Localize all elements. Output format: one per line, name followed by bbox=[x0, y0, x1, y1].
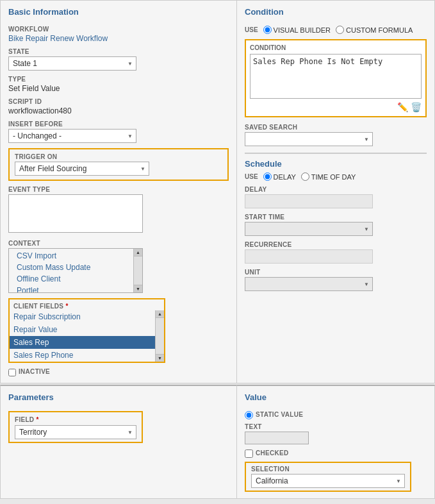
workflow-value: Bike Repair Renew Workflow bbox=[8, 34, 229, 43]
client-fields-label: CLIENT FIELDS * bbox=[13, 303, 69, 310]
selection-select[interactable]: California New York Texas bbox=[251, 474, 405, 488]
workflow-group: WORKFLOW Bike Repair Renew Workflow bbox=[8, 26, 229, 43]
client-fields-list-wrapper: Repair Subscription Repair Value Sales R… bbox=[10, 310, 164, 362]
unit-select[interactable] bbox=[245, 277, 373, 291]
trigger-on-box: TRIGGER ON After Field Sourcing bbox=[8, 148, 229, 181]
field-required-star: * bbox=[36, 416, 38, 423]
static-value-radio[interactable] bbox=[245, 411, 253, 419]
insert-before-select-wrapper: - Unchanged - bbox=[8, 129, 136, 143]
insert-before-label: INSERT BEFORE bbox=[8, 121, 229, 128]
condition-use-label: USE bbox=[245, 26, 258, 33]
checked-group: CHECKED bbox=[245, 449, 427, 458]
state-select-wrapper: State 1 bbox=[8, 56, 136, 71]
client-scroll-down[interactable]: ▼ bbox=[156, 354, 164, 362]
custom-formula-option[interactable]: CUSTOM FORMULA bbox=[336, 26, 413, 34]
context-item-offline[interactable]: Offline Client bbox=[13, 273, 138, 285]
trigger-on-select[interactable]: After Field Sourcing bbox=[15, 162, 149, 176]
schedule-title: Schedule bbox=[245, 159, 427, 169]
delay-radio[interactable] bbox=[263, 172, 272, 181]
field-label-params: FIELD * bbox=[15, 415, 136, 424]
basic-info-title: Basic Information bbox=[8, 7, 229, 19]
event-type-textarea[interactable] bbox=[8, 194, 143, 233]
context-scroll-up[interactable]: ▲ bbox=[134, 249, 142, 256]
type-label: TYPE bbox=[8, 76, 229, 83]
start-time-select[interactable] bbox=[245, 222, 373, 236]
visual-builder-radio[interactable] bbox=[263, 26, 272, 34]
state-select[interactable]: State 1 bbox=[8, 56, 136, 71]
insert-before-select[interactable]: - Unchanged - bbox=[8, 129, 136, 143]
saved-search-label: SAVED SEARCH bbox=[245, 124, 427, 131]
inactive-label: INACTIVE bbox=[19, 368, 50, 375]
field-select[interactable]: Territory bbox=[15, 425, 136, 439]
condition-use-row: USE VISUAL BUILDER CUSTOM FORMULA bbox=[245, 26, 427, 34]
saved-search-select-wrapper bbox=[245, 132, 373, 146]
condition-textarea[interactable]: Sales Rep Phone Is Not Empty bbox=[250, 54, 422, 99]
start-time-select-wrapper bbox=[245, 222, 373, 236]
inactive-row: INACTIVE bbox=[8, 368, 229, 376]
delay-field-label: DELAY bbox=[245, 186, 427, 193]
schedule-use-label: USE bbox=[245, 173, 258, 180]
parameters-title: Parameters bbox=[8, 392, 229, 405]
delay-label: DELAY bbox=[274, 173, 296, 181]
edit-icon[interactable]: ✏️ bbox=[397, 102, 408, 112]
script-id-label: SCRIPT ID bbox=[8, 98, 229, 105]
value-title: Value bbox=[245, 392, 427, 405]
parameters-right: Value STATIC VALUE TEXT CHECKED SELECTIO… bbox=[237, 385, 435, 499]
client-fields-outer: CLIENT FIELDS * Repair Subscription Repa… bbox=[8, 298, 165, 363]
delete-icon[interactable]: 🗑️ bbox=[411, 102, 422, 112]
basic-info-panel: Basic Information WORKFLOW Bike Repair R… bbox=[0, 0, 237, 383]
condition-inner-label: CONDITION bbox=[250, 44, 422, 51]
time-of-day-radio[interactable] bbox=[301, 172, 309, 181]
delay-option[interactable]: DELAY bbox=[263, 172, 296, 181]
time-of-day-label: TIME OF DAY bbox=[311, 173, 356, 181]
context-item-portlet[interactable]: Portlet bbox=[13, 285, 138, 293]
unit-group: UNIT bbox=[245, 269, 427, 291]
delay-input[interactable] bbox=[245, 194, 373, 208]
saved-search-select[interactable] bbox=[245, 132, 373, 146]
context-scrollbar: ▲ ▼ bbox=[133, 249, 142, 292]
context-item-csv[interactable]: CSV Import bbox=[13, 250, 138, 262]
text-input[interactable] bbox=[245, 432, 309, 444]
parameters-left: Parameters FIELD * Territory bbox=[0, 385, 237, 499]
condition-panel: Condition USE VISUAL BUILDER CUSTOM FORM… bbox=[237, 0, 435, 383]
context-item-mass-update[interactable]: Custom Mass Update bbox=[13, 262, 138, 273]
context-scroll-down[interactable]: ▼ bbox=[134, 285, 142, 292]
trigger-on-select-wrapper: After Field Sourcing bbox=[15, 162, 149, 176]
time-of-day-option[interactable]: TIME OF DAY bbox=[301, 172, 356, 181]
checked-checkbox[interactable] bbox=[245, 449, 253, 458]
client-scroll-up[interactable]: ▲ bbox=[156, 310, 164, 318]
client-field-repair-value[interactable]: Repair Value bbox=[10, 323, 164, 336]
recurrence-group: RECURRENCE bbox=[245, 241, 427, 264]
script-id-value: workflowaction480 bbox=[8, 106, 229, 115]
client-field-repair-subscription[interactable]: Repair Subscription bbox=[10, 310, 164, 323]
start-time-group: START TIME bbox=[245, 214, 427, 236]
selection-select-wrapper: California New York Texas bbox=[251, 474, 405, 488]
schedule-panel: Schedule USE DELAY TIME OF DAY DELAY bbox=[245, 153, 427, 291]
visual-builder-option[interactable]: VISUAL BUILDER bbox=[263, 26, 331, 34]
state-group: STATE State 1 bbox=[8, 48, 229, 71]
context-label: CONTEXT bbox=[8, 240, 229, 247]
static-value-label: STATIC VALUE bbox=[256, 411, 303, 418]
client-field-sales-rep-phone[interactable]: Sales Rep Phone bbox=[10, 349, 164, 362]
client-field-sales-rep[interactable]: Sales Rep bbox=[10, 336, 164, 349]
unit-select-wrapper bbox=[245, 277, 373, 291]
selection-box: SELECTION California New York Texas bbox=[245, 462, 411, 492]
start-time-label: START TIME bbox=[245, 214, 427, 221]
type-value: Set Field Value bbox=[8, 84, 229, 93]
saved-search-group: SAVED SEARCH bbox=[245, 124, 427, 146]
type-group: TYPE Set Field Value bbox=[8, 76, 229, 93]
selection-label: SELECTION bbox=[251, 466, 405, 473]
field-select-wrapper: Territory bbox=[15, 425, 136, 439]
custom-formula-radio[interactable] bbox=[336, 26, 344, 34]
selection-group: SELECTION California New York Texas bbox=[245, 462, 427, 492]
recurrence-input[interactable] bbox=[245, 249, 373, 264]
workflow-label: WORKFLOW bbox=[8, 26, 229, 33]
schedule-use-row: USE DELAY TIME OF DAY bbox=[245, 172, 427, 181]
state-label: STATE bbox=[8, 48, 229, 55]
context-list: CSV Import Custom Mass Update Offline Cl… bbox=[8, 248, 143, 293]
recurrence-label: RECURRENCE bbox=[245, 241, 427, 248]
condition-icons: ✏️ 🗑️ bbox=[250, 102, 422, 112]
client-fields-scrollbar: ▲ ▼ bbox=[155, 310, 164, 362]
delay-field-group: DELAY bbox=[245, 186, 427, 208]
inactive-checkbox[interactable] bbox=[8, 369, 16, 376]
